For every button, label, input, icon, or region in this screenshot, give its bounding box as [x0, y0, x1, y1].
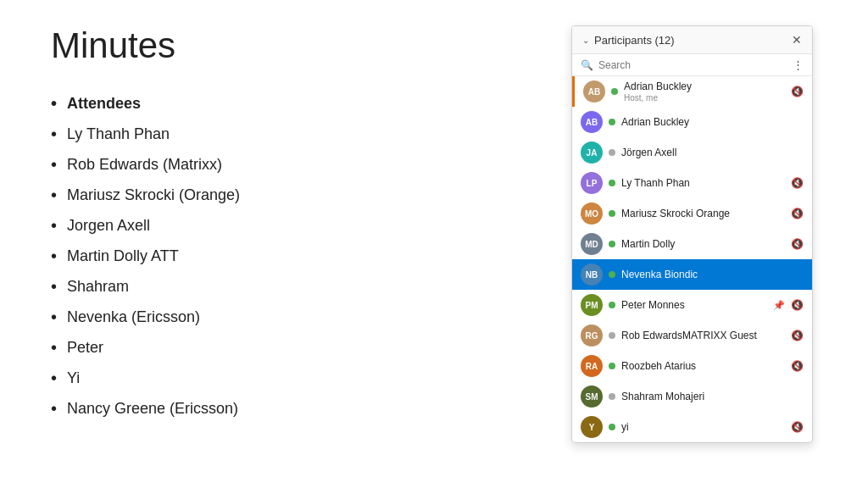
participant-item[interactable]: RARoozbeh Atarius🔇: [572, 351, 812, 381]
participants-list: ABAdrian BuckleyHost, me🔇ABAdrian Buckle…: [572, 76, 812, 442]
participant-name: Rob EdwardsMATRIXX Guest: [621, 330, 785, 341]
pin-icon: 📌: [773, 300, 785, 311]
list-item: Nevenka (Ericsson): [51, 303, 554, 330]
participant-item[interactable]: PMPeter Monnes📌🔇: [572, 290, 812, 320]
panel-header-left: ⌄ Participants (12): [582, 34, 675, 47]
list-item: Ly Thanh Phan: [51, 120, 554, 147]
attendees-heading: Attendees: [51, 90, 554, 117]
search-row: 🔍 ⋮: [572, 54, 812, 76]
avatar: RG: [581, 324, 603, 347]
avatar: JA: [581, 141, 603, 164]
participant-item[interactable]: LPLy Thanh Phan🔇: [572, 168, 812, 198]
list-item: Martin Dolly ATT: [51, 242, 554, 269]
panel-title: Participants (12): [594, 34, 675, 47]
participant-name: Martin Dolly: [621, 238, 785, 250]
participant-name: Adrian Buckley: [624, 80, 785, 92]
list-item: Nancy Greene (Ericsson): [51, 395, 554, 422]
search-input[interactable]: [598, 59, 787, 71]
avatar: NB: [581, 263, 603, 286]
status-dot: [609, 241, 615, 247]
list-item: Peter: [51, 334, 554, 361]
status-dot: [609, 180, 615, 186]
close-icon[interactable]: ✕: [792, 33, 802, 47]
status-dot: [609, 424, 615, 430]
list-item: Rob Edwards (Matrixx): [51, 151, 554, 178]
list-item: Jorgen Axell: [51, 212, 554, 239]
mute-icon: 🔇: [791, 299, 804, 311]
avatar: AB: [581, 111, 603, 133]
mute-icon: 🔇: [791, 421, 804, 433]
list-item: Shahram: [51, 273, 554, 300]
avatar: AB: [583, 80, 605, 103]
participant-info: Ly Thanh Phan: [621, 177, 785, 189]
participant-item[interactable]: RGRob EdwardsMATRIXX Guest🔇: [572, 320, 812, 351]
search-icon: 🔍: [581, 59, 593, 71]
participant-name: Roozbeh Atarius: [621, 360, 785, 372]
avatar: PM: [581, 294, 603, 316]
participant-item[interactable]: Yyi🔇: [572, 412, 812, 442]
avatar: Y: [581, 416, 603, 438]
participants-panel: ⌄ Participants (12) ✕ 🔍 ⋮ ABAdrian Buckl…: [571, 25, 813, 443]
participant-item[interactable]: MOMariusz Skrocki Orange🔇: [572, 198, 812, 229]
participant-item[interactable]: MDMartin Dolly🔇: [572, 229, 812, 259]
participant-info: yi: [621, 421, 785, 433]
right-section: ⌄ Participants (12) ✕ 🔍 ⋮ ABAdrian Buckl…: [571, 25, 817, 463]
mute-icon: 🔇: [791, 86, 804, 97]
chevron-icon: ⌄: [582, 36, 589, 45]
participant-info: Mariusz Skrocki Orange: [621, 208, 785, 219]
participant-name: Ly Thanh Phan: [621, 177, 785, 189]
status-dot: [609, 271, 615, 278]
participant-name: Adrian Buckley: [621, 116, 804, 128]
status-dot: [609, 302, 615, 308]
status-dot: [609, 363, 615, 369]
participant-sub: Host, me: [624, 93, 785, 103]
participant-item[interactable]: JAJörgen Axell: [572, 137, 812, 168]
participant-item[interactable]: NBNevenka Biondic: [572, 259, 812, 290]
participant-info: Nevenka Biondic: [621, 269, 804, 280]
avatar: SM: [581, 385, 603, 408]
page-container: Minutes Attendees Ly Thanh PhanRob Edwar…: [0, 0, 868, 488]
status-dot: [609, 119, 615, 125]
left-section: Minutes Attendees Ly Thanh PhanRob Edwar…: [51, 25, 571, 463]
participant-info: Peter Monnes: [621, 299, 767, 311]
participant-name: Jörgen Axell: [621, 147, 804, 158]
participant-item[interactable]: SMShahram Mohajeri: [572, 381, 812, 412]
status-dot: [611, 88, 618, 95]
participant-info: Shahram Mohajeri: [621, 391, 804, 402]
participant-name: yi: [621, 421, 785, 433]
panel-header: ⌄ Participants (12) ✕: [572, 26, 812, 54]
sort-icon[interactable]: ⋮: [793, 58, 804, 71]
mute-icon: 🔇: [791, 360, 804, 372]
avatar: MO: [581, 202, 603, 225]
participant-info: Adrian BuckleyHost, me: [624, 80, 785, 102]
page-title: Minutes: [51, 25, 554, 66]
participant-name: Mariusz Skrocki Orange: [621, 208, 785, 219]
attendees-list: Attendees Ly Thanh PhanRob Edwards (Matr…: [51, 90, 554, 422]
participant-info: Roozbeh Atarius: [621, 360, 785, 372]
mute-icon: 🔇: [791, 208, 804, 219]
avatar: MD: [581, 233, 603, 255]
participant-name: Nevenka Biondic: [621, 269, 804, 280]
list-item: Mariusz Skrocki (Orange): [51, 181, 554, 208]
status-dot: [609, 393, 615, 400]
status-dot: [609, 332, 615, 339]
participant-item[interactable]: ABAdrian BuckleyHost, me🔇: [572, 76, 812, 107]
participant-info: Adrian Buckley: [621, 116, 804, 128]
status-dot: [609, 210, 615, 217]
avatar: LP: [581, 172, 603, 194]
participant-item[interactable]: ABAdrian Buckley: [572, 107, 812, 137]
mute-icon: 🔇: [791, 177, 804, 189]
participant-info: Jörgen Axell: [621, 147, 804, 158]
participant-name: Shahram Mohajeri: [621, 391, 804, 402]
mute-icon: 🔇: [791, 238, 804, 250]
participant-info: Rob EdwardsMATRIXX Guest: [621, 330, 785, 341]
participant-info: Martin Dolly: [621, 238, 785, 250]
mute-icon: 🔇: [791, 330, 804, 341]
status-dot: [609, 149, 615, 156]
list-item: Yi: [51, 364, 554, 391]
avatar: RA: [581, 355, 603, 377]
participant-name: Peter Monnes: [621, 299, 767, 311]
